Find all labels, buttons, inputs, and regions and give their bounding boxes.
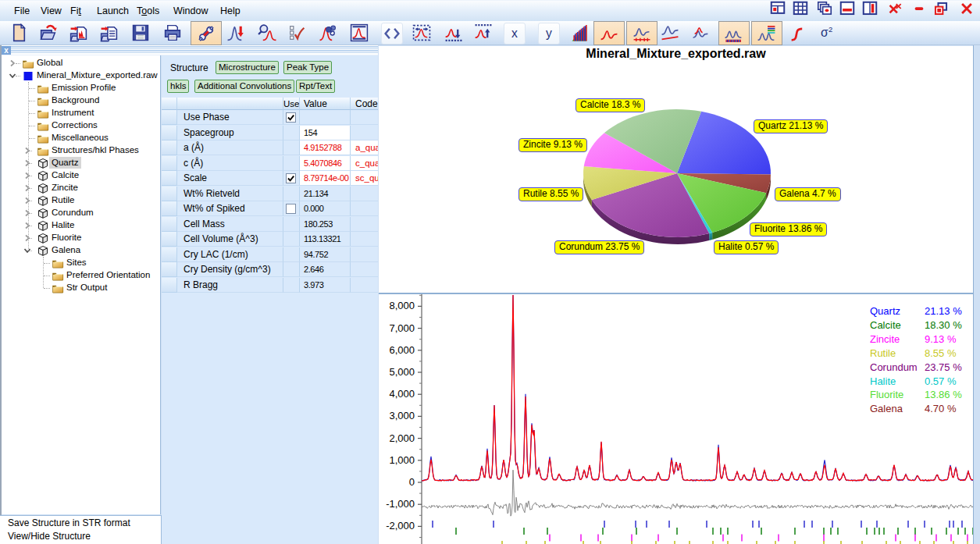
row-header[interactable]: [162, 140, 177, 155]
tree-item-zincite[interactable]: Zincite: [2, 182, 160, 194]
minimize-button[interactable]: [911, 0, 928, 18]
row-header[interactable]: [162, 156, 177, 171]
code-cell[interactable]: [351, 278, 378, 293]
peak-shift-up-button[interactable]: [470, 22, 497, 44]
menu-item-view[interactable]: View: [34, 1, 68, 21]
print-button[interactable]: [159, 22, 186, 44]
code-cell[interactable]: [351, 110, 378, 125]
open-file-button[interactable]: [35, 22, 62, 44]
peak-type-button[interactable]: Peak Type: [283, 61, 332, 74]
difference-plot-button[interactable]: [626, 21, 657, 45]
tree-item-mineral-mixture-exported-raw[interactable]: Mineral_Mixture_exported.raw: [2, 69, 160, 82]
histogram-bars-button[interactable]: [567, 22, 593, 44]
menu-item-file[interactable]: File: [8, 1, 36, 21]
window-layout-button[interactable]: [769, 0, 787, 18]
fit-wrench-button[interactable]: [191, 21, 222, 45]
menu-item-window[interactable]: Window: [167, 1, 214, 21]
code-cell[interactable]: [351, 217, 378, 232]
code-cell[interactable]: [351, 232, 378, 247]
tree-item-sites[interactable]: Sites: [2, 257, 160, 269]
value-cell[interactable]: 0.000: [300, 201, 351, 216]
window-grid-button[interactable]: [792, 0, 810, 18]
code-cell[interactable]: c_qua: [351, 156, 378, 171]
tree-item-halite[interactable]: Halite: [2, 219, 160, 232]
obs-calc-overlay-button[interactable]: [688, 22, 715, 44]
value-cell[interactable]: 154: [300, 126, 351, 140]
new-file-button[interactable]: [5, 22, 32, 44]
row-header[interactable]: [162, 126, 177, 140]
row-header[interactable]: [162, 187, 177, 201]
row-header[interactable]: [162, 262, 177, 277]
microstructure-button[interactable]: Microstructure: [216, 61, 279, 74]
code-brackets-button[interactable]: [381, 23, 403, 44]
menu-item-help[interactable]: Help: [214, 1, 247, 21]
code-cell[interactable]: a_qua: [351, 140, 378, 155]
value-cell[interactable]: 180.253: [300, 217, 351, 232]
checkbox-checked[interactable]: [286, 112, 296, 123]
value-cell[interactable]: 2.646: [300, 262, 351, 277]
tree-item-corrections[interactable]: Corrections: [2, 119, 160, 132]
save-button[interactable]: [127, 22, 154, 44]
peak-shift-down-button[interactable]: [440, 22, 467, 44]
select-range-button[interactable]: [408, 22, 435, 44]
peak-range-button[interactable]: [346, 22, 372, 44]
tree-item-background[interactable]: Background: [2, 94, 160, 107]
tree-item-miscellaneous[interactable]: Miscellaneous: [2, 132, 160, 144]
tree-item-str-output[interactable]: Str Output: [2, 282, 160, 294]
additional-convolutions-button[interactable]: Additional Convolutions: [194, 80, 294, 93]
close-all-button[interactable]: [886, 0, 904, 18]
row-header[interactable]: [162, 278, 177, 293]
value-cell[interactable]: [300, 110, 351, 125]
import-document-button[interactable]: [96, 22, 123, 44]
tree-item-quartz[interactable]: Quartz: [2, 157, 160, 169]
value-cell[interactable]: 8.79714e-00: [300, 171, 351, 186]
menu-item-launch[interactable]: Launch: [91, 1, 135, 21]
value-cell[interactable]: 3.973: [300, 278, 351, 293]
sigmoid-button[interactable]: [785, 22, 811, 44]
split-vertical-button[interactable]: [861, 0, 879, 18]
checklist-button[interactable]: [283, 22, 310, 44]
tree-item-calcite[interactable]: Calcite: [2, 169, 160, 182]
calc-pattern-button[interactable]: [593, 21, 625, 45]
tree-item-instrument[interactable]: Instrument: [2, 107, 160, 119]
tree-item-preferred-orientation[interactable]: Preferred Orientation: [2, 269, 160, 282]
checkbox-checked[interactable]: [286, 173, 296, 183]
code-cell[interactable]: [351, 262, 378, 277]
row-header[interactable]: [162, 171, 177, 186]
sigma-squared-button[interactable]: σ2: [813, 22, 839, 44]
structure-peak-button[interactable]: [315, 22, 342, 44]
row-header[interactable]: [162, 201, 177, 216]
code-cell[interactable]: [351, 126, 378, 140]
row-header[interactable]: [162, 217, 177, 232]
row-header[interactable]: [162, 247, 177, 262]
tree-item-fluorite[interactable]: Fluorite: [2, 232, 160, 244]
value-cell[interactable]: 21.134: [300, 187, 351, 201]
code-cell[interactable]: [351, 187, 378, 201]
dock-close-icon[interactable]: x: [2, 46, 11, 55]
x-axis-button[interactable]: x: [504, 23, 526, 44]
legend-display-button[interactable]: [751, 21, 782, 45]
peak-insert-button[interactable]: [223, 22, 250, 44]
value-cell[interactable]: 5.4070846: [300, 156, 351, 171]
tree-item-emission-profile[interactable]: Emission Profile: [2, 82, 160, 94]
menu-item-fit[interactable]: Fit: [64, 1, 87, 21]
tree-item-corundum[interactable]: Corundum: [2, 207, 160, 219]
hkl-ticks-button[interactable]: [718, 21, 750, 45]
cascade-windows-button[interactable]: [816, 0, 834, 18]
import-scan-button[interactable]: [66, 22, 92, 44]
menu-item-tools[interactable]: Tools: [130, 1, 166, 21]
code-cell[interactable]: [351, 201, 378, 216]
row-header[interactable]: [162, 110, 177, 125]
row-header[interactable]: [162, 232, 177, 247]
tree-item-rutile[interactable]: Rutile: [2, 194, 160, 207]
background-line-button[interactable]: [657, 22, 683, 44]
checkbox-unchecked[interactable]: [286, 204, 296, 214]
value-cell[interactable]: 4.9152788: [300, 140, 351, 155]
value-cell[interactable]: 94.752: [300, 247, 351, 262]
code-cell[interactable]: [351, 247, 378, 262]
tree-item-structures-hkl-phases[interactable]: Structures/hkl Phases: [2, 144, 160, 157]
close-button[interactable]: [958, 0, 976, 18]
zoom-peak-button[interactable]: [254, 22, 280, 44]
rpt-text-button[interactable]: Rpt/Text: [296, 80, 335, 93]
y-axis-button[interactable]: y: [538, 23, 560, 44]
